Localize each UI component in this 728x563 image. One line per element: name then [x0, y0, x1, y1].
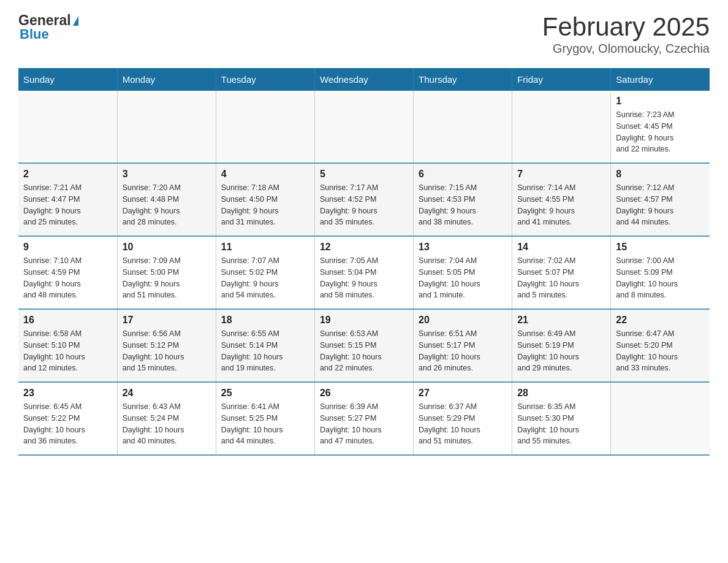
- calendar-cell: [117, 91, 216, 163]
- calendar-cell: 4Sunrise: 7:18 AM Sunset: 4:50 PM Daylig…: [216, 163, 314, 236]
- day-info: Sunrise: 6:56 AM Sunset: 5:12 PM Dayligh…: [123, 328, 211, 374]
- calendar-day-header: Saturday: [611, 68, 710, 91]
- logo-triangle-icon: [73, 16, 78, 26]
- calendar-day-header: Sunday: [18, 68, 117, 91]
- month-title: February 2025: [542, 12, 710, 42]
- day-number: 8: [616, 169, 705, 180]
- calendar-week-row: 2Sunrise: 7:21 AM Sunset: 4:47 PM Daylig…: [18, 163, 710, 236]
- calendar-header-row: SundayMondayTuesdayWednesdayThursdayFrid…: [18, 68, 710, 91]
- calendar-cell: 8Sunrise: 7:12 AM Sunset: 4:57 PM Daylig…: [611, 163, 710, 236]
- day-number: 18: [221, 315, 309, 326]
- page-header: General Blue February 2025 Grygov, Olomo…: [18, 12, 710, 56]
- day-number: 21: [517, 315, 605, 326]
- logo: General Blue: [18, 12, 78, 42]
- calendar-cell: [611, 382, 710, 455]
- calendar-cell: [512, 91, 611, 163]
- calendar-cell: 1Sunrise: 7:23 AM Sunset: 4:45 PM Daylig…: [611, 91, 710, 163]
- day-number: 4: [221, 169, 309, 180]
- day-info: Sunrise: 6:43 AM Sunset: 5:24 PM Dayligh…: [123, 401, 211, 447]
- calendar-cell: 28Sunrise: 6:35 AM Sunset: 5:30 PM Dayli…: [512, 382, 611, 455]
- calendar-cell: 23Sunrise: 6:45 AM Sunset: 5:22 PM Dayli…: [18, 382, 117, 455]
- calendar-cell: 15Sunrise: 7:00 AM Sunset: 5:09 PM Dayli…: [611, 236, 710, 309]
- day-info: Sunrise: 7:15 AM Sunset: 4:53 PM Dayligh…: [419, 182, 507, 228]
- day-info: Sunrise: 7:20 AM Sunset: 4:48 PM Dayligh…: [123, 182, 211, 228]
- day-number: 6: [419, 169, 507, 180]
- day-info: Sunrise: 6:37 AM Sunset: 5:29 PM Dayligh…: [419, 401, 507, 447]
- day-info: Sunrise: 7:07 AM Sunset: 5:02 PM Dayligh…: [221, 255, 309, 301]
- calendar-header: SundayMondayTuesdayWednesdayThursdayFrid…: [18, 68, 710, 91]
- day-info: Sunrise: 7:12 AM Sunset: 4:57 PM Dayligh…: [616, 182, 705, 228]
- day-number: 1: [616, 96, 705, 107]
- day-number: 12: [320, 242, 408, 253]
- day-info: Sunrise: 7:05 AM Sunset: 5:04 PM Dayligh…: [320, 255, 408, 301]
- day-number: 26: [320, 388, 408, 399]
- day-number: 2: [23, 169, 112, 180]
- day-number: 17: [123, 315, 211, 326]
- location-subtitle: Grygov, Olomoucky, Czechia: [542, 42, 710, 56]
- day-number: 28: [517, 388, 605, 399]
- day-number: 7: [517, 169, 605, 180]
- day-info: Sunrise: 7:18 AM Sunset: 4:50 PM Dayligh…: [221, 182, 309, 228]
- day-number: 13: [419, 242, 507, 253]
- day-number: 16: [23, 315, 112, 326]
- day-info: Sunrise: 7:21 AM Sunset: 4:47 PM Dayligh…: [23, 182, 112, 228]
- day-info: Sunrise: 6:41 AM Sunset: 5:25 PM Dayligh…: [221, 401, 309, 447]
- calendar-cell: [414, 91, 512, 163]
- calendar-cell: [18, 91, 117, 163]
- calendar-week-row: 9Sunrise: 7:10 AM Sunset: 4:59 PM Daylig…: [18, 236, 710, 309]
- day-info: Sunrise: 6:55 AM Sunset: 5:14 PM Dayligh…: [221, 328, 309, 374]
- day-info: Sunrise: 7:04 AM Sunset: 5:05 PM Dayligh…: [419, 255, 507, 301]
- day-info: Sunrise: 6:39 AM Sunset: 5:27 PM Dayligh…: [320, 401, 408, 447]
- day-number: 27: [419, 388, 507, 399]
- calendar-week-row: 1Sunrise: 7:23 AM Sunset: 4:45 PM Daylig…: [18, 91, 710, 163]
- calendar-cell: [314, 91, 413, 163]
- day-info: Sunrise: 6:51 AM Sunset: 5:17 PM Dayligh…: [419, 328, 507, 374]
- logo-blue: Blue: [18, 26, 49, 42]
- calendar-cell: 17Sunrise: 6:56 AM Sunset: 5:12 PM Dayli…: [117, 309, 216, 382]
- calendar-cell: 5Sunrise: 7:17 AM Sunset: 4:52 PM Daylig…: [314, 163, 413, 236]
- day-info: Sunrise: 7:17 AM Sunset: 4:52 PM Dayligh…: [320, 182, 408, 228]
- calendar-cell: 26Sunrise: 6:39 AM Sunset: 5:27 PM Dayli…: [314, 382, 413, 455]
- day-info: Sunrise: 7:23 AM Sunset: 4:45 PM Dayligh…: [616, 109, 705, 155]
- day-number: 10: [123, 242, 211, 253]
- day-info: Sunrise: 6:45 AM Sunset: 5:22 PM Dayligh…: [23, 401, 112, 447]
- day-number: 14: [517, 242, 605, 253]
- calendar-cell: [216, 91, 314, 163]
- calendar-cell: 6Sunrise: 7:15 AM Sunset: 4:53 PM Daylig…: [414, 163, 512, 236]
- calendar-day-header: Wednesday: [314, 68, 413, 91]
- day-number: 20: [419, 315, 507, 326]
- day-info: Sunrise: 6:35 AM Sunset: 5:30 PM Dayligh…: [517, 401, 605, 447]
- day-info: Sunrise: 7:10 AM Sunset: 4:59 PM Dayligh…: [23, 255, 112, 301]
- day-info: Sunrise: 7:02 AM Sunset: 5:07 PM Dayligh…: [517, 255, 605, 301]
- calendar-cell: 27Sunrise: 6:37 AM Sunset: 5:29 PM Dayli…: [414, 382, 512, 455]
- calendar-cell: 11Sunrise: 7:07 AM Sunset: 5:02 PM Dayli…: [216, 236, 314, 309]
- day-info: Sunrise: 6:53 AM Sunset: 5:15 PM Dayligh…: [320, 328, 408, 374]
- calendar-cell: 21Sunrise: 6:49 AM Sunset: 5:19 PM Dayli…: [512, 309, 611, 382]
- calendar-cell: 24Sunrise: 6:43 AM Sunset: 5:24 PM Dayli…: [117, 382, 216, 455]
- calendar-cell: 18Sunrise: 6:55 AM Sunset: 5:14 PM Dayli…: [216, 309, 314, 382]
- day-info: Sunrise: 7:14 AM Sunset: 4:55 PM Dayligh…: [517, 182, 605, 228]
- calendar-cell: 3Sunrise: 7:20 AM Sunset: 4:48 PM Daylig…: [117, 163, 216, 236]
- day-number: 3: [123, 169, 211, 180]
- day-info: Sunrise: 6:58 AM Sunset: 5:10 PM Dayligh…: [23, 328, 112, 374]
- day-number: 5: [320, 169, 408, 180]
- calendar-cell: 10Sunrise: 7:09 AM Sunset: 5:00 PM Dayli…: [117, 236, 216, 309]
- day-number: 11: [221, 242, 309, 253]
- day-number: 9: [23, 242, 112, 253]
- calendar-cell: 22Sunrise: 6:47 AM Sunset: 5:20 PM Dayli…: [611, 309, 710, 382]
- title-block: February 2025 Grygov, Olomoucky, Czechia: [542, 12, 710, 56]
- calendar-cell: 16Sunrise: 6:58 AM Sunset: 5:10 PM Dayli…: [18, 309, 117, 382]
- day-number: 19: [320, 315, 408, 326]
- calendar-cell: 2Sunrise: 7:21 AM Sunset: 4:47 PM Daylig…: [18, 163, 117, 236]
- calendar-week-row: 23Sunrise: 6:45 AM Sunset: 5:22 PM Dayli…: [18, 382, 710, 455]
- calendar-cell: 12Sunrise: 7:05 AM Sunset: 5:04 PM Dayli…: [314, 236, 413, 309]
- calendar-cell: 20Sunrise: 6:51 AM Sunset: 5:17 PM Dayli…: [414, 309, 512, 382]
- day-info: Sunrise: 7:09 AM Sunset: 5:00 PM Dayligh…: [123, 255, 211, 301]
- calendar-day-header: Monday: [117, 68, 216, 91]
- day-info: Sunrise: 6:47 AM Sunset: 5:20 PM Dayligh…: [616, 328, 705, 374]
- calendar-day-header: Friday: [512, 68, 611, 91]
- calendar-cell: 25Sunrise: 6:41 AM Sunset: 5:25 PM Dayli…: [216, 382, 314, 455]
- day-number: 22: [616, 315, 705, 326]
- calendar-cell: 14Sunrise: 7:02 AM Sunset: 5:07 PM Dayli…: [512, 236, 611, 309]
- day-number: 23: [23, 388, 112, 399]
